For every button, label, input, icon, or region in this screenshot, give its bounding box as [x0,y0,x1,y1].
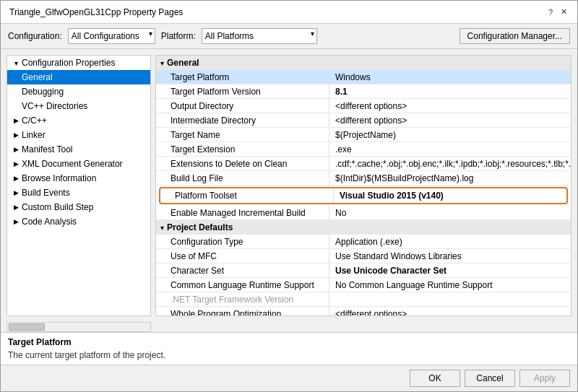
prop-value-output-dir: <different options> [329,99,571,113]
project-defaults-section-title: Project Defaults [167,222,233,232]
prop-row-char-set[interactable]: Character Set Use Unicode Character Set [156,263,571,278]
prop-name-output-dir: Output Directory [156,99,329,113]
prop-row-build-log[interactable]: Build Log File $(IntDir)$(MSBuildProject… [156,171,571,186]
tree-item-browse-info[interactable]: ▶ Browse Information [7,171,150,186]
prop-value-managed-incremental: No [329,206,571,219]
left-panel-scrollbar[interactable] [7,322,151,332]
ok-button[interactable]: OK [410,370,460,387]
help-button[interactable]: ? [545,7,556,17]
tree-label-custom-build: Custom Build Step [22,202,93,212]
prop-row-wpo[interactable]: Whole Program Optimization <different op… [156,307,571,316]
tree-label-manifest-tool: Manifest Tool [22,144,72,154]
prop-name-clr-support: Common Language Runtime Support [156,278,329,292]
configuration-manager-button[interactable]: Configuration Manager... [460,28,570,44]
prop-value-target-platform-ver: 8.1 [329,84,571,98]
tree-item-manifest-tool[interactable]: ▶ Manifest Tool [7,142,150,157]
platform-select[interactable]: All Platforms [202,28,317,44]
prop-value-build-log: $(IntDir)$(MSBuildProjectName).log [329,171,571,185]
prop-row-target-name[interactable]: Target Name $(ProjectName) [156,128,571,142]
main-content: ▾ Configuration Properties General Debug… [1,49,577,322]
prop-name-use-mfc: Use of MFC [156,249,329,263]
tree-item-linker[interactable]: ▶ Linker [7,128,150,142]
tree-toggle-build-events: ▶ [10,189,22,196]
config-select-wrapper[interactable]: All Configurations [68,28,155,44]
prop-value-wpo: <different options> [329,307,571,316]
prop-name-target-ext: Target Extension [156,142,329,156]
general-section-title: General [167,58,199,68]
tree-item-xml-doc[interactable]: ▶ XML Document Generator [7,157,150,171]
prop-row-platform-toolset[interactable]: Platform Toolset Visual Studio 2015 (v14… [160,188,566,203]
tree-label-cpp: C/C++ [22,116,47,126]
tree-item-build-events[interactable]: ▶ Build Events [7,186,150,200]
prop-value-platform-toolset: Visual Studio 2015 (v140) [334,188,566,203]
description-text: The current target platform of the proje… [8,350,570,360]
prop-value-config-type: Application (.exe) [329,235,571,248]
tree-toggle-manifest: ▶ [10,146,22,153]
left-scrollbar-thumb[interactable] [9,323,45,331]
prop-value-intermediate-dir: <different options> [329,113,571,127]
tree-label-linker: Linker [22,130,46,140]
project-defaults-toggle-icon: ▾ [160,224,164,232]
tree-item-code-analysis[interactable]: ▶ Code Analysis [7,214,150,229]
cancel-button[interactable]: Cancel [465,370,515,387]
config-bar: Configuration: All Configurations Platfo… [1,24,577,49]
tree-item-custom-build[interactable]: ▶ Custom Build Step [7,200,150,214]
tree-item-vc-dirs[interactable]: VC++ Directories [7,99,150,113]
general-toggle-icon: ▾ [160,59,164,67]
tree-label-vc-dirs: VC++ Directories [22,101,87,111]
tree-label-debugging: Debugging [22,87,64,97]
prop-row-net-target[interactable]: .NET Target Framework Version [156,292,571,307]
tree-item-general[interactable]: General [7,70,150,84]
prop-row-output-dir[interactable]: Output Directory <different options> [156,99,571,113]
prop-row-intermediate-dir[interactable]: Intermediate Directory <different option… [156,113,571,128]
left-panel: ▾ Configuration Properties General Debug… [7,55,151,316]
tree-toggle-code: ▶ [10,218,22,225]
tree-toggle-linker: ▶ [10,131,22,139]
config-label: Configuration: [8,31,62,41]
prop-row-target-ext[interactable]: Target Extension .exe [156,142,571,157]
tree-label-config: Configuration Properties [22,58,115,68]
prop-value-net-target [329,292,571,306]
description-area: Target Platform The current target platf… [1,332,577,365]
prop-row-managed-incremental[interactable]: Enable Managed Incremental Build No [156,206,571,220]
tree-item-config-properties[interactable]: ▾ Configuration Properties [7,56,150,70]
prop-name-build-log: Build Log File [156,171,329,185]
prop-value-target-ext: .exe [329,142,571,156]
prop-name-wpo: Whole Program Optimization [156,307,329,316]
prop-name-char-set: Character Set [156,263,329,277]
prop-row-use-mfc[interactable]: Use of MFC Use Standard Windows Librarie… [156,249,571,263]
prop-value-use-mfc: Use Standard Windows Libraries [329,249,571,263]
prop-value-target-platform: Windows [329,70,571,84]
project-defaults-section-header[interactable]: ▾ Project Defaults [156,220,571,235]
close-button[interactable]: ✕ [558,7,569,17]
right-panel: ▾ General Target Platform Windows Target… [155,55,571,316]
property-pages-dialog: Triangle_GlfwOpenGL31Cpp Property Pages … [0,0,578,392]
prop-row-platform-toolset-wrapper: Platform Toolset Visual Studio 2015 (v14… [159,187,568,204]
general-section-header[interactable]: ▾ General [156,56,571,70]
tree-label-build-events: Build Events [22,188,70,198]
prop-value-extensions-delete: .cdf;*.cache;*.obj;*.obj.enc;*.ilk;*.ipd… [329,157,571,170]
prop-name-managed-incremental: Enable Managed Incremental Build [156,206,329,219]
tree-label-browse-info: Browse Information [22,173,96,183]
prop-name-net-target: .NET Target Framework Version [156,292,329,306]
prop-value-target-name: $(ProjectName) [329,128,571,141]
prop-name-target-platform: Target Platform [156,70,329,84]
tree-toggle-xml: ▶ [10,160,22,167]
prop-row-extensions-delete[interactable]: Extensions to Delete on Clean .cdf;*.cac… [156,157,571,171]
tree-label-code-analysis: Code Analysis [22,217,77,227]
prop-row-config-type[interactable]: Configuration Type Application (.exe) [156,235,571,249]
tree-toggle-custom: ▶ [10,204,22,211]
prop-row-target-platform-ver[interactable]: Target Platform Version 8.1 [156,84,571,99]
prop-name-intermediate-dir: Intermediate Directory [156,113,329,127]
platform-select-wrapper[interactable]: All Platforms [202,28,317,44]
tree-item-cpp[interactable]: ▶ C/C++ [7,113,150,128]
prop-row-target-platform[interactable]: Target Platform Windows [156,70,571,84]
prop-row-clr-support[interactable]: Common Language Runtime Support No Commo… [156,278,571,292]
apply-button[interactable]: Apply [519,370,570,387]
config-select[interactable]: All Configurations [68,28,155,44]
prop-name-config-type: Configuration Type [156,235,329,248]
prop-name-target-platform-ver: Target Platform Version [156,84,329,98]
tree-item-debugging[interactable]: Debugging [7,84,150,99]
tree-toggle-config: ▾ [10,59,22,67]
platform-label: Platform: [161,31,196,41]
